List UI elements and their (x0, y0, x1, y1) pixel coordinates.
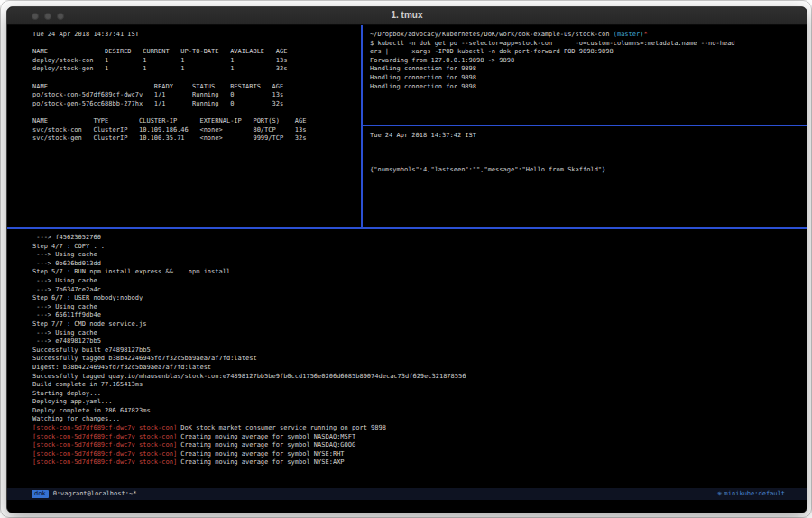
terminal-line: [stock-con-5d7df689cf-dwc7v stock-con] C… (32, 450, 805, 459)
terminal-line: Step 4/7 : COPY . . (32, 243, 805, 252)
desktop: 1. tmux Tue 24 Apr 2018 14:37:41 IST NAM… (0, 0, 812, 518)
window-title: 1. tmux (7, 10, 807, 20)
terminal-line: ---> Using cache (32, 329, 805, 338)
terminal-line: ---> e74898127bb5 (32, 338, 805, 347)
terminal-line: Handling connection for 9898 (370, 83, 805, 92)
terminal-line (370, 149, 805, 158)
terminal-line: Step 6/7 : USER nobody:nobody (32, 294, 805, 303)
pane-port-forward[interactable]: ~/Dropbox/advocacy/Kubernetes/DoK/work/d… (363, 25, 807, 125)
terminal-line: ---> Using cache (32, 251, 805, 260)
terminal-line: Digest: b38b42246945fd7f32c5ba9aea7af7fd… (32, 364, 805, 373)
terminal-line: ---> 65611ff9db4e (32, 311, 805, 320)
terminal-line (32, 74, 357, 83)
terminal-line: Starting deploy... (32, 390, 805, 399)
terminal-line: NAME READY STATUS RESTARTS AGE (32, 83, 357, 92)
pane-skaffold-log[interactable]: ---> f45623052760Step 4/7 : COPY . . ---… (7, 229, 807, 488)
terminal-line: NAME TYPE CLUSTER-IP EXTERNAL-IP PORT(S)… (32, 117, 357, 126)
tmux-window-item[interactable]: 0:vagrant@localhost:~* (53, 490, 137, 499)
window-titlebar[interactable]: 1. tmux (7, 7, 807, 25)
terminal-line: Step 7/7 : CMD node service.js (32, 320, 805, 329)
terminal-line: [stock-con-5d7df689cf-dwc7v stock-con] C… (32, 441, 805, 450)
tmux-session-name[interactable]: dok (32, 490, 49, 499)
terminal-line: Deploying app.yaml... (32, 398, 805, 407)
terminal-line: [stock-con-5d7df689cf-dwc7v stock-con] D… (32, 424, 805, 433)
tmux-status-right: ⎈minikube:default (717, 490, 785, 499)
terminal-line: {"numsymbols":4,"lastseen":"","message":… (370, 166, 805, 175)
terminal-line: Successfully built e74898127bb5 (32, 347, 805, 356)
terminal-line: Handling connection for 9898 (370, 74, 805, 83)
terminal-line: Successfully tagged quay.io/mhausenblas/… (32, 373, 805, 382)
terminal-window: 1. tmux Tue 24 Apr 2018 14:37:41 IST NAM… (6, 6, 807, 513)
terminal-line: ---> 0b636bd013dd (32, 260, 805, 269)
terminal-line: po/stock-con-5d7df689cf-dwc7v 1/1 Runnin… (32, 91, 357, 100)
pane-kubectl-watch[interactable]: Tue 24 Apr 2018 14:37:41 IST NAME DESIRE… (7, 25, 361, 227)
terminal-line: $ kubectl -n dok get po --selector=app=s… (370, 40, 805, 49)
terminal-line: svc/stock-gen ClusterIP 10.100.35.71 <no… (32, 134, 357, 143)
terminal-line: Tue 24 Apr 2018 14:37:41 IST (32, 31, 357, 40)
terminal-line: deploy/stock-con 1 1 1 1 13s (32, 57, 357, 66)
terminal-line: Successfully tagged b38b42246945fd7f32c5… (32, 355, 805, 364)
terminal-line (370, 141, 805, 150)
terminal-line: Build complete in 77.165413ms (32, 381, 805, 390)
pane-curl-output[interactable]: Tue 24 Apr 2018 14:37:42 IST {"numsymbol… (363, 126, 807, 227)
terminal-line: ers | xargs -IPOD kubectl -n dok port-fo… (370, 48, 805, 57)
terminal-line: po/stock-gen-576cc688bb-277hx 1/1 Runnin… (32, 100, 357, 109)
terminal-line (370, 158, 805, 167)
terminal-line: ---> Using cache (32, 303, 805, 312)
terminal-line: ---> f45623052760 (32, 234, 805, 243)
terminal-line: Forwarding from 127.0.0.1:9898 -> 9898 (370, 57, 805, 66)
terminal-line: Handling connection for 9898 (370, 65, 805, 74)
kube-helm-icon: ⎈ (717, 490, 723, 497)
terminal-line (32, 108, 357, 117)
kube-context-label: minikube:default (724, 490, 785, 497)
terminal-line: deploy/stock-gen 1 1 1 1 32s (32, 65, 357, 74)
terminal-line: NAME DESIRED CURRENT UP-TO-DATE AVAILABL… (32, 48, 357, 57)
terminal-line: Tue 24 Apr 2018 14:37:42 IST (370, 132, 805, 141)
terminal-line: Watching for changes... (32, 415, 805, 424)
terminal-line (32, 40, 357, 49)
tmux-status-bar: dok 0:vagrant@localhost:~* ⎈minikube:def… (7, 488, 807, 500)
terminal-line: Step 5/7 : RUN npm install express && np… (32, 268, 805, 277)
terminal-line: ---> 7b6347ce2a4c (32, 286, 805, 295)
tmux-terminal[interactable]: Tue 24 Apr 2018 14:37:41 IST NAME DESIRE… (7, 25, 807, 513)
terminal-line: svc/stock-con ClusterIP 10.109.186.46 <n… (32, 126, 357, 135)
terminal-line: [stock-con-5d7df689cf-dwc7v stock-con] C… (32, 433, 805, 442)
terminal-line: [stock-con-5d7df689cf-dwc7v stock-con] C… (32, 458, 805, 467)
terminal-line: ---> Using cache (32, 277, 805, 286)
terminal-line: Deploy complete in 286.647823ms (32, 407, 805, 416)
terminal-line: ~/Dropbox/advocacy/Kubernetes/DoK/work/d… (370, 31, 805, 40)
